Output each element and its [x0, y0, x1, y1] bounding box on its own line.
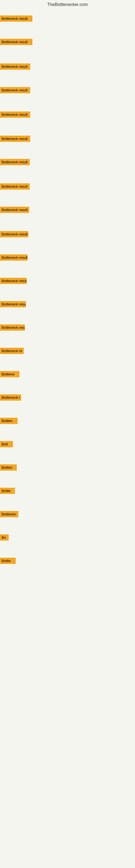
bottleneck-result-item[interactable]: Bottlenec: [0, 511, 18, 517]
bottleneck-result-item[interactable]: Bottlene: [0, 371, 19, 377]
bottleneck-result-item[interactable]: Bottleneck result: [0, 39, 32, 45]
bottleneck-result-item[interactable]: Bottleneck result: [0, 87, 30, 93]
bottleneck-result-item[interactable]: Bottleneck r: [0, 394, 21, 401]
bottleneck-result-item[interactable]: Bottleneck result: [0, 254, 28, 261]
bottleneck-result-item[interactable]: Bottleneck result: [0, 112, 30, 118]
bottleneck-result-item[interactable]: Bottle: [0, 488, 15, 494]
bottleneck-result-item[interactable]: Bottleneck result: [0, 278, 27, 284]
bottleneck-result-item[interactable]: Bo: [0, 534, 9, 540]
bottleneck-result-item[interactable]: Bottleneck re: [0, 348, 24, 354]
bottleneck-result-item[interactable]: Bottlen: [0, 418, 17, 424]
bottleneck-result-item[interactable]: Bottleneck result: [0, 16, 32, 22]
bottleneck-result-item[interactable]: Bottleneck result: [0, 183, 30, 190]
bottleneck-result-item[interactable]: Bottleneck result: [0, 301, 26, 307]
bottleneck-result-item[interactable]: Bottleneck result: [0, 135, 30, 142]
bottleneck-result-item[interactable]: Bottleneck result: [0, 159, 30, 165]
bottleneck-result-item[interactable]: Bottleneck result: [0, 63, 30, 70]
bottleneck-result-item[interactable]: Bottlen: [0, 464, 17, 471]
bottleneck-result-item[interactable]: Bottleneck result: [0, 207, 29, 213]
bottleneck-result-item[interactable]: Bottleneck result: [0, 324, 25, 331]
bottleneck-result-item[interactable]: Bottle: [0, 558, 16, 564]
bottleneck-result-item[interactable]: Bottleneck result: [0, 231, 28, 237]
bottleneck-result-item[interactable]: Bott: [0, 441, 13, 447]
site-title: TheBottlenecker.com: [0, 0, 135, 8]
